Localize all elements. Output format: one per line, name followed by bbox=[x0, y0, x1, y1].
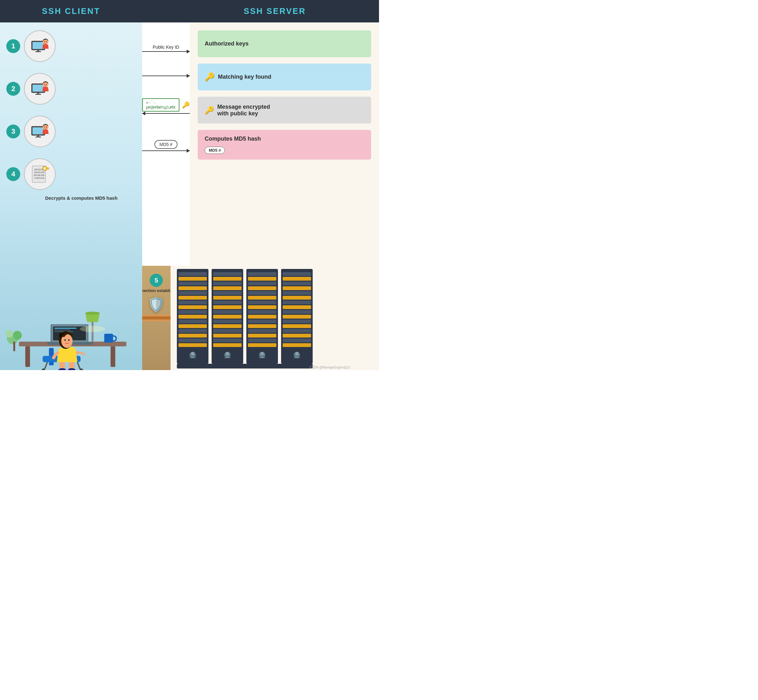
svg-rect-91 bbox=[213, 300, 242, 304]
step-1-icon bbox=[24, 30, 56, 62]
svg-rect-3 bbox=[35, 51, 41, 52]
arrow-1-line bbox=[142, 51, 190, 52]
svg-point-59 bbox=[64, 339, 66, 341]
step-4-text: Decrypts & computes MD5 hash bbox=[25, 195, 137, 201]
svg-text:00100100: 00100100 bbox=[34, 174, 45, 177]
svg-rect-74 bbox=[178, 310, 207, 314]
svg-rect-99 bbox=[213, 339, 242, 342]
step-4-number: 4 bbox=[6, 167, 20, 181]
connection-text: Connection established bbox=[142, 288, 170, 294]
header-middle-spacer bbox=[142, 0, 170, 22]
svg-rect-96 bbox=[213, 324, 242, 328]
svg-rect-110 bbox=[248, 300, 276, 304]
svg-rect-119 bbox=[248, 343, 276, 347]
svg-rect-107 bbox=[248, 286, 276, 290]
svg-point-13 bbox=[46, 84, 47, 85]
server-racks-illustration: CSDN @ManageEngine提注 bbox=[170, 266, 373, 370]
arrow-1-label: Public Key ID bbox=[153, 45, 179, 50]
svg-rect-117 bbox=[248, 334, 276, 338]
svg-text:11001010: 11001010 bbox=[34, 177, 45, 180]
ssh-client-title: SSH CLIENT bbox=[42, 6, 100, 16]
client-panel: 1 bbox=[0, 22, 142, 266]
svg-rect-78 bbox=[178, 329, 207, 333]
svg-rect-94 bbox=[213, 315, 242, 319]
step-4-row: 4 10010100 10010100 00100100 11001010 bbox=[6, 158, 137, 190]
svg-point-60 bbox=[68, 339, 70, 341]
step-3-row: 3 bbox=[6, 116, 137, 147]
svg-point-27 bbox=[44, 167, 46, 170]
svg-rect-109 bbox=[248, 296, 276, 300]
svg-rect-66 bbox=[178, 272, 207, 276]
info-box-4: Computes MD5 hash MD5 # bbox=[198, 130, 371, 159]
svg-point-20 bbox=[46, 127, 47, 127]
info-box-3: 🔑 Message encryptedwith public key bbox=[198, 97, 371, 123]
key-icon-3: 🔑 bbox=[205, 106, 214, 115]
info-box-4-text: Computes MD5 hash bbox=[205, 136, 261, 142]
encrypted-text-box: <-`-pK@H9WYq2uMX bbox=[142, 98, 179, 112]
svg-rect-8 bbox=[33, 85, 44, 92]
info-box-2-text: Matching key found bbox=[218, 73, 271, 80]
svg-rect-115 bbox=[248, 324, 276, 328]
svg-rect-85 bbox=[213, 272, 242, 276]
step-4-label: Decrypts & computes MD5 hash bbox=[25, 195, 137, 201]
main-content: 1 bbox=[0, 22, 379, 266]
svg-rect-88 bbox=[213, 286, 242, 290]
svg-rect-124 bbox=[283, 277, 311, 281]
key-emoji: 🔑 bbox=[182, 101, 190, 109]
svg-rect-33 bbox=[13, 342, 15, 351]
svg-rect-141 bbox=[177, 364, 313, 369]
step-1-row: 1 bbox=[6, 30, 137, 62]
step-4-icon: 10010100 10010100 00100100 11001010 bbox=[24, 158, 56, 190]
arrow-4: MD5 # bbox=[142, 140, 190, 151]
arrow-3-label: <-`-pK@H9WYq2uMX 🔑 bbox=[142, 98, 190, 112]
step-5-number: 5 bbox=[150, 274, 163, 287]
svg-rect-72 bbox=[178, 300, 207, 304]
svg-line-52 bbox=[77, 362, 81, 370]
step-3-icon bbox=[24, 116, 56, 147]
step-3-number: 3 bbox=[6, 125, 20, 138]
svg-rect-127 bbox=[283, 291, 311, 295]
md5-pill: MD5 # bbox=[154, 140, 178, 149]
svg-point-6 bbox=[46, 41, 47, 42]
svg-rect-67 bbox=[178, 277, 207, 281]
step-2-number: 2 bbox=[6, 82, 20, 96]
svg-point-102 bbox=[226, 352, 229, 355]
arrow-1-label-text: Public Key ID bbox=[153, 45, 179, 50]
step-5-badge: 5 Connection established 🛡️ bbox=[142, 274, 170, 312]
svg-rect-130 bbox=[283, 305, 311, 309]
svg-rect-29 bbox=[48, 168, 49, 170]
connection-area: 5 Connection established 🛡️ bbox=[142, 266, 170, 370]
svg-rect-111 bbox=[248, 305, 276, 309]
svg-rect-131 bbox=[283, 310, 311, 314]
step-2-icon bbox=[24, 73, 56, 105]
svg-rect-98 bbox=[213, 334, 242, 338]
right-header: SSH SERVER bbox=[170, 0, 379, 22]
svg-rect-112 bbox=[248, 310, 276, 314]
person-illustration bbox=[0, 266, 139, 370]
svg-point-32 bbox=[6, 330, 13, 338]
svg-rect-15 bbox=[33, 127, 44, 134]
svg-rect-75 bbox=[178, 315, 207, 319]
svg-rect-118 bbox=[248, 339, 276, 342]
svg-rect-137 bbox=[283, 339, 311, 342]
arrows-panel: Public Key ID <-`-pK@H9WYq2uMX 🔑 MD5 # bbox=[142, 22, 190, 266]
arrow-4-label: MD5 # bbox=[154, 140, 178, 149]
svg-rect-100 bbox=[213, 343, 242, 347]
svg-rect-136 bbox=[283, 334, 311, 338]
svg-rect-135 bbox=[283, 329, 311, 333]
ssh-server-title: SSH SERVER bbox=[243, 6, 306, 16]
svg-text:10010100: 10010100 bbox=[34, 171, 45, 174]
svg-rect-1 bbox=[33, 42, 44, 49]
svg-rect-80 bbox=[178, 339, 207, 342]
svg-rect-128 bbox=[283, 296, 311, 300]
svg-rect-104 bbox=[248, 272, 276, 276]
computer-user-icon-3 bbox=[28, 120, 51, 143]
step-2-row: 2 bbox=[6, 73, 137, 105]
computer-binary-icon: 10010100 10010100 00100100 11001010 bbox=[28, 163, 51, 186]
info-box-3-text: Message encryptedwith public key bbox=[217, 104, 270, 117]
svg-rect-93 bbox=[213, 310, 242, 314]
svg-rect-134 bbox=[283, 324, 311, 328]
svg-rect-17 bbox=[35, 136, 41, 138]
svg-rect-68 bbox=[178, 281, 207, 285]
svg-rect-89 bbox=[213, 291, 242, 295]
